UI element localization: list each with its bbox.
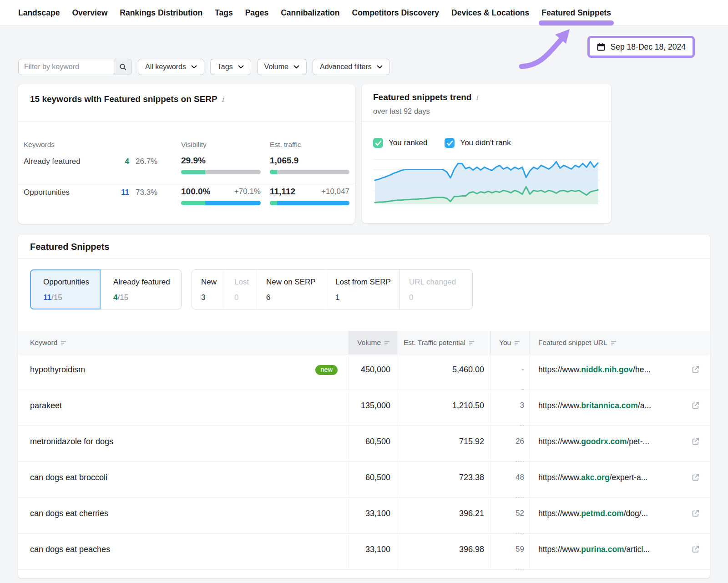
dropdown-volume[interactable]: Volume bbox=[257, 59, 307, 75]
date-range-picker[interactable]: Sep 18-Dec 18, 2024 bbox=[587, 36, 695, 58]
column-header-snippet-url[interactable]: Featured snippet URL bbox=[530, 331, 710, 354]
external-link-icon[interactable] bbox=[691, 473, 700, 483]
you-position-link[interactable]: 48 bbox=[516, 473, 524, 497]
snippet-url-link[interactable]: https://www.purina.com/articl... bbox=[538, 545, 650, 554]
tab-count: 0 bbox=[409, 293, 472, 302]
you-position-cell: 48 bbox=[490, 462, 530, 497]
keyword-filter bbox=[18, 59, 132, 75]
volume-value: 33,100 bbox=[365, 509, 390, 533]
legend-checkbox[interactable] bbox=[373, 138, 383, 148]
legend-you-ranked: You ranked bbox=[373, 138, 427, 148]
snippet-url-link[interactable]: https://www.petmd.com/dog/... bbox=[538, 509, 648, 518]
col-header-keywords: Keywords bbox=[24, 141, 55, 149]
column-header-volume[interactable]: Volume bbox=[349, 331, 397, 354]
search-icon bbox=[119, 63, 127, 71]
external-link-icon[interactable] bbox=[691, 509, 700, 519]
snippet-url-link[interactable]: https://www.niddk.nih.gov/he... bbox=[538, 365, 651, 374]
keyword-cell: metronidazole for dogs bbox=[18, 426, 349, 461]
you-position-cell: 3 bbox=[490, 390, 530, 426]
trend-subtitle: over last 92 days bbox=[373, 107, 430, 116]
active-tab-highlight bbox=[539, 20, 614, 25]
column-header-traffic-potential[interactable]: Est. Traffic potential bbox=[397, 331, 490, 354]
snippet-url-cell: https://www.petmd.com/dog/... bbox=[530, 498, 710, 533]
keyword-text: hypothyroidism bbox=[30, 365, 85, 374]
nav-tab-devices-locations[interactable]: Devices & Locations bbox=[451, 8, 529, 18]
tab-new[interactable]: New3 bbox=[192, 270, 225, 309]
snippet-url-link[interactable]: https://www.akc.org/expert-a... bbox=[538, 473, 647, 482]
traffic-potential-cell: 1,210.50 bbox=[397, 390, 490, 426]
info-icon[interactable]: i bbox=[475, 93, 478, 102]
snippet-url-cell: https://www.goodrx.com/pet-... bbox=[530, 426, 710, 461]
you-position-cell: 52 bbox=[490, 498, 530, 533]
snippet-url-link[interactable]: https://www.britannica.com/a... bbox=[538, 401, 651, 410]
keyword-text: can dogs eat broccoli bbox=[30, 473, 107, 482]
divider bbox=[362, 122, 611, 122]
legend-checkbox[interactable] bbox=[445, 138, 455, 148]
nav-tab-cannibalization[interactable]: Cannibalization bbox=[281, 8, 339, 18]
sort-icon bbox=[384, 340, 390, 345]
tab-count: 11 bbox=[43, 293, 51, 302]
tab-opportunities[interactable]: Opportunities 11/15 bbox=[30, 269, 101, 309]
you-position-link[interactable]: 59 bbox=[516, 545, 524, 569]
snippet-url-link[interactable]: https://www.goodrx.com/pet-... bbox=[538, 437, 649, 446]
you-position-link[interactable]: 3 bbox=[520, 401, 524, 426]
table-row: can dogs eat peaches33,100396.9859https:… bbox=[18, 534, 710, 570]
dropdown-advanced-filters[interactable]: Advanced filters bbox=[313, 59, 390, 75]
traffic-potential-value: 723.38 bbox=[459, 473, 484, 497]
column-header-keyword[interactable]: Keyword bbox=[18, 331, 349, 354]
calendar-icon bbox=[597, 42, 606, 51]
already-featured-share: 26.7% bbox=[136, 157, 157, 166]
nav-tab-overview[interactable]: Overview bbox=[72, 8, 107, 18]
dropdown-all-keywords[interactable]: All keywords bbox=[138, 59, 204, 75]
snippet-url-cell: https://www.niddk.nih.gov/he... bbox=[530, 354, 710, 390]
dropdown-tags[interactable]: Tags bbox=[210, 59, 251, 75]
volume-cell: 450,000 bbox=[349, 354, 397, 390]
visibility-delta: +70.1% bbox=[215, 187, 261, 196]
volume-cell: 60,500 bbox=[349, 462, 397, 497]
nav-tab-featured-snippets[interactable]: Featured Snippets bbox=[541, 8, 611, 18]
nav-tab-rankings-distribution[interactable]: Rankings Distribution bbox=[120, 8, 202, 18]
keyword-cell: hypothyroidismnew bbox=[18, 354, 349, 390]
external-link-icon[interactable] bbox=[691, 545, 700, 555]
traffic-potential-cell: 396.21 bbox=[397, 498, 490, 533]
volume-cell: 33,100 bbox=[349, 534, 397, 569]
tab-lost-from-serp[interactable]: Lost from SERP1 bbox=[326, 270, 399, 309]
opportunities-traffic: 11,112 bbox=[270, 187, 295, 197]
tab-new-on-serp[interactable]: New on SERP6 bbox=[257, 270, 326, 309]
nav-tab-pages[interactable]: Pages bbox=[245, 8, 269, 18]
nav-tab-tags[interactable]: Tags bbox=[215, 8, 233, 18]
traffic-potential-value: 396.98 bbox=[459, 545, 484, 569]
volume-cell: 33,100 bbox=[349, 498, 397, 533]
table-row: can dogs eat broccoli60,500723.3848https… bbox=[18, 462, 710, 498]
traffic-potential-cell: 5,460.00 bbox=[397, 354, 490, 390]
tab-url-changed: URL changed0 bbox=[399, 270, 472, 309]
traffic-bar bbox=[270, 201, 349, 205]
tab-count: 6 bbox=[266, 293, 326, 302]
search-input[interactable] bbox=[19, 59, 114, 75]
tab-already-featured[interactable]: Already featured 4/15 bbox=[101, 269, 182, 309]
nav-tab-landscape[interactable]: Landscape bbox=[18, 8, 60, 18]
info-icon[interactable]: i bbox=[222, 95, 224, 104]
divider bbox=[18, 122, 355, 122]
tab-count: 1 bbox=[335, 293, 399, 302]
volume-cell: 135,000 bbox=[349, 390, 397, 426]
already-featured-traffic: 1,065.9 bbox=[270, 156, 298, 166]
search-button[interactable] bbox=[114, 59, 131, 75]
external-link-icon[interactable] bbox=[691, 437, 700, 447]
row-label-already-featured: Already featured bbox=[24, 157, 81, 166]
keyword-cell: can dogs eat peaches bbox=[18, 534, 349, 569]
column-header-you[interactable]: You bbox=[490, 331, 530, 354]
table-row: metronidazole for dogs60,500715.9226http… bbox=[18, 426, 710, 462]
traffic-potential-value: 5,460.00 bbox=[452, 365, 484, 390]
opportunities-count: 11 bbox=[119, 188, 129, 197]
external-link-icon[interactable] bbox=[691, 365, 700, 375]
nav-tab-competitors-discovery[interactable]: Competitors Discovery bbox=[352, 8, 440, 18]
you-position-link[interactable]: 26 bbox=[516, 437, 524, 461]
external-link-icon[interactable] bbox=[691, 401, 700, 411]
you-position-link[interactable]: - bbox=[521, 365, 524, 390]
keyword-cell: parakeet bbox=[18, 390, 349, 426]
traffic-potential-value: 396.21 bbox=[459, 509, 484, 533]
traffic-potential-cell: 396.98 bbox=[397, 534, 490, 569]
volume-cell: 60,500 bbox=[349, 426, 397, 461]
you-position-link[interactable]: 52 bbox=[516, 509, 524, 533]
